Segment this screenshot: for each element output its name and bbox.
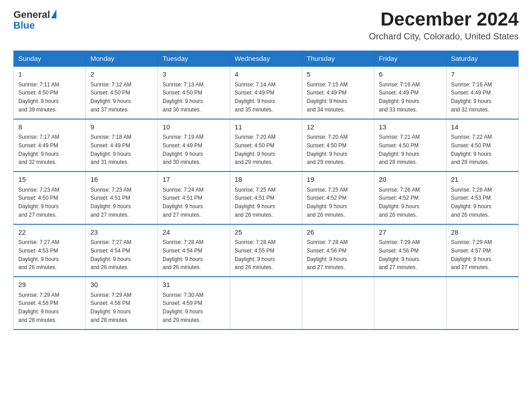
calendar-cell: 12Sunrise: 7:20 AMSunset: 4:50 PMDayligh… <box>302 119 374 172</box>
day-number: 30 <box>90 280 153 290</box>
calendar-cell: 8Sunrise: 7:17 AMSunset: 4:49 PMDaylight… <box>14 119 86 172</box>
calendar-cell: 29Sunrise: 7:29 AMSunset: 4:58 PMDayligh… <box>14 277 86 330</box>
day-number: 27 <box>379 227 442 238</box>
day-number: 11 <box>235 122 297 133</box>
calendar-cell <box>230 277 302 330</box>
day-number: 31 <box>163 280 225 290</box>
day-number: 25 <box>235 227 297 238</box>
title-area: December 2024 Orchard City, Colorado, Un… <box>369 9 519 42</box>
header-day-wednesday: Wednesday <box>230 51 302 67</box>
calendar-cell: 27Sunrise: 7:29 AMSunset: 4:56 PMDayligh… <box>374 224 446 277</box>
calendar-cell: 22Sunrise: 7:27 AMSunset: 4:53 PMDayligh… <box>14 224 86 277</box>
day-number: 26 <box>307 227 369 238</box>
header-day-monday: Monday <box>86 51 158 67</box>
header-day-thursday: Thursday <box>302 51 374 67</box>
day-number: 24 <box>163 227 225 238</box>
calendar-cell: 21Sunrise: 7:26 AMSunset: 4:53 PMDayligh… <box>446 171 519 224</box>
day-info: Sunrise: 7:27 AMSunset: 4:53 PMDaylight:… <box>18 239 59 270</box>
day-number: 5 <box>307 69 369 80</box>
calendar-cell: 14Sunrise: 7:22 AMSunset: 4:50 PMDayligh… <box>446 119 519 172</box>
page-header: General Blue December 2024 Orchard City,… <box>13 9 519 42</box>
day-info: Sunrise: 7:19 AMSunset: 4:49 PMDaylight:… <box>163 134 203 165</box>
day-info: Sunrise: 7:14 AMSunset: 4:49 PMDaylight:… <box>235 81 275 113</box>
day-info: Sunrise: 7:18 AMSunset: 4:49 PMDaylight:… <box>90 134 131 165</box>
header-day-friday: Friday <box>374 51 446 67</box>
week-row-5: 29Sunrise: 7:29 AMSunset: 4:58 PMDayligh… <box>14 277 519 330</box>
day-info: Sunrise: 7:29 AMSunset: 4:56 PMDaylight:… <box>379 239 420 270</box>
day-number: 28 <box>451 227 514 238</box>
logo-blue-text: Blue <box>13 20 35 31</box>
day-info: Sunrise: 7:27 AMSunset: 4:54 PMDaylight:… <box>90 239 131 270</box>
calendar-cell <box>446 277 519 330</box>
day-info: Sunrise: 7:20 AMSunset: 4:50 PMDaylight:… <box>235 134 275 165</box>
calendar-cell: 9Sunrise: 7:18 AMSunset: 4:49 PMDaylight… <box>86 119 158 172</box>
calendar-cell: 30Sunrise: 7:29 AMSunset: 4:58 PMDayligh… <box>86 277 158 330</box>
calendar-cell: 26Sunrise: 7:28 AMSunset: 4:56 PMDayligh… <box>302 224 374 277</box>
day-number: 9 <box>90 122 153 133</box>
day-number: 7 <box>451 69 514 80</box>
day-info: Sunrise: 7:12 AMSunset: 4:50 PMDaylight:… <box>90 81 131 113</box>
week-row-2: 8Sunrise: 7:17 AMSunset: 4:49 PMDaylight… <box>14 119 519 172</box>
day-number: 12 <box>307 122 369 133</box>
logo-triangle-icon <box>51 9 56 18</box>
day-info: Sunrise: 7:23 AMSunset: 4:50 PMDaylight:… <box>18 187 59 218</box>
calendar-cell: 3Sunrise: 7:13 AMSunset: 4:50 PMDaylight… <box>158 66 230 119</box>
location-subtitle: Orchard City, Colorado, United States <box>369 31 519 42</box>
day-number: 10 <box>163 122 225 133</box>
day-info: Sunrise: 7:28 AMSunset: 4:56 PMDaylight:… <box>307 239 348 270</box>
calendar-cell: 13Sunrise: 7:21 AMSunset: 4:50 PMDayligh… <box>374 119 446 172</box>
calendar-cell: 10Sunrise: 7:19 AMSunset: 4:49 PMDayligh… <box>158 119 230 172</box>
day-number: 21 <box>451 175 514 185</box>
day-number: 14 <box>451 122 514 133</box>
calendar-cell: 17Sunrise: 7:24 AMSunset: 4:51 PMDayligh… <box>158 171 230 224</box>
header-day-saturday: Saturday <box>446 51 519 67</box>
calendar-cell: 18Sunrise: 7:25 AMSunset: 4:51 PMDayligh… <box>230 171 302 224</box>
day-number: 17 <box>163 175 225 185</box>
day-info: Sunrise: 7:13 AMSunset: 4:50 PMDaylight:… <box>163 81 203 113</box>
day-info: Sunrise: 7:30 AMSunset: 4:59 PMDaylight:… <box>163 292 203 323</box>
day-info: Sunrise: 7:16 AMSunset: 4:49 PMDaylight:… <box>379 81 420 113</box>
calendar-cell: 15Sunrise: 7:23 AMSunset: 4:50 PMDayligh… <box>14 171 86 224</box>
day-number: 13 <box>379 122 442 133</box>
calendar-cell: 5Sunrise: 7:15 AMSunset: 4:49 PMDaylight… <box>302 66 374 119</box>
day-number: 18 <box>235 175 297 185</box>
header-day-sunday: Sunday <box>14 51 86 67</box>
calendar-cell: 16Sunrise: 7:23 AMSunset: 4:51 PMDayligh… <box>86 171 158 224</box>
day-info: Sunrise: 7:28 AMSunset: 4:55 PMDaylight:… <box>235 239 275 270</box>
day-number: 4 <box>235 69 297 80</box>
logo: General Blue <box>13 9 56 31</box>
day-number: 22 <box>18 227 81 238</box>
day-info: Sunrise: 7:15 AMSunset: 4:49 PMDaylight:… <box>307 81 348 113</box>
calendar-cell: 1Sunrise: 7:11 AMSunset: 4:50 PMDaylight… <box>14 66 86 119</box>
week-row-4: 22Sunrise: 7:27 AMSunset: 4:53 PMDayligh… <box>14 224 519 277</box>
calendar-cell: 4Sunrise: 7:14 AMSunset: 4:49 PMDaylight… <box>230 66 302 119</box>
day-info: Sunrise: 7:26 AMSunset: 4:52 PMDaylight:… <box>379 187 420 218</box>
month-title: December 2024 <box>369 9 519 30</box>
header-day-tuesday: Tuesday <box>158 51 230 67</box>
calendar-cell: 6Sunrise: 7:16 AMSunset: 4:49 PMDaylight… <box>374 66 446 119</box>
day-info: Sunrise: 7:26 AMSunset: 4:53 PMDaylight:… <box>451 187 492 218</box>
logo-general-text: General <box>13 9 50 21</box>
day-info: Sunrise: 7:21 AMSunset: 4:50 PMDaylight:… <box>379 134 420 165</box>
calendar-cell: 28Sunrise: 7:29 AMSunset: 4:57 PMDayligh… <box>446 224 519 277</box>
day-info: Sunrise: 7:11 AMSunset: 4:50 PMDaylight:… <box>18 81 59 113</box>
calendar-cell: 11Sunrise: 7:20 AMSunset: 4:50 PMDayligh… <box>230 119 302 172</box>
day-info: Sunrise: 7:29 AMSunset: 4:58 PMDaylight:… <box>18 292 59 323</box>
day-number: 20 <box>379 175 442 185</box>
day-number: 6 <box>379 69 442 80</box>
day-number: 29 <box>18 280 81 290</box>
day-info: Sunrise: 7:25 AMSunset: 4:52 PMDaylight:… <box>307 187 348 218</box>
day-info: Sunrise: 7:29 AMSunset: 4:57 PMDaylight:… <box>451 239 492 270</box>
day-number: 1 <box>18 69 81 80</box>
day-number: 2 <box>90 69 153 80</box>
day-info: Sunrise: 7:16 AMSunset: 4:49 PMDaylight:… <box>451 81 492 113</box>
day-number: 8 <box>18 122 81 133</box>
day-number: 15 <box>18 175 81 185</box>
calendar-cell: 25Sunrise: 7:28 AMSunset: 4:55 PMDayligh… <box>230 224 302 277</box>
day-info: Sunrise: 7:22 AMSunset: 4:50 PMDaylight:… <box>451 134 492 165</box>
calendar-table: SundayMondayTuesdayWednesdayThursdayFrid… <box>13 51 519 330</box>
calendar-header-row: SundayMondayTuesdayWednesdayThursdayFrid… <box>14 51 519 67</box>
calendar-cell: 19Sunrise: 7:25 AMSunset: 4:52 PMDayligh… <box>302 171 374 224</box>
day-number: 16 <box>90 175 153 185</box>
day-info: Sunrise: 7:23 AMSunset: 4:51 PMDaylight:… <box>90 187 131 218</box>
